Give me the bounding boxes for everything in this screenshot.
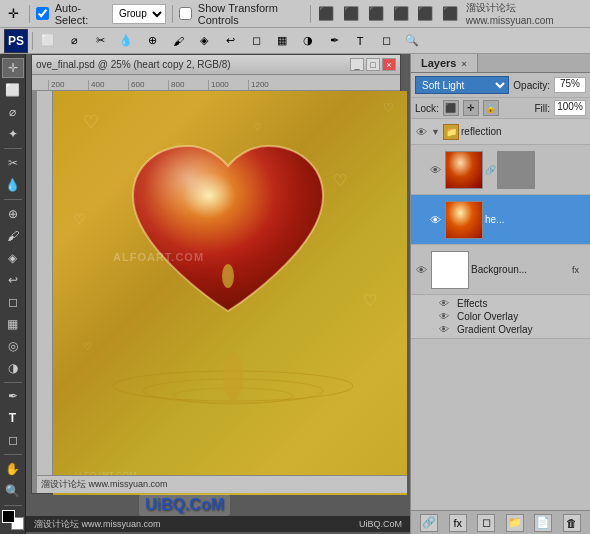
- layer-group-reflection[interactable]: 👁 ▼ 📁 reflection: [411, 119, 590, 145]
- gradient-tool[interactable]: ▦: [2, 314, 24, 334]
- site-watermark: 溜设计论坛 www.missyuan.com: [466, 1, 586, 26]
- color-overlay-effect[interactable]: 👁 Color Overlay: [439, 310, 586, 323]
- uibq-watermark: UiBQ.CoM: [139, 494, 230, 516]
- align-right-icon[interactable]: ⬛: [366, 3, 385, 25]
- effects-section: 👁 Effects 👁 Color Overlay 👁 Gradient Ove…: [411, 295, 590, 339]
- group-expand-icon[interactable]: ▼: [431, 127, 441, 137]
- text-tool[interactable]: T: [2, 408, 24, 428]
- ps-logo: PS: [4, 29, 28, 53]
- layer2-visibility-icon[interactable]: 👁: [427, 212, 443, 228]
- history-icon[interactable]: ↩: [219, 30, 241, 52]
- eraser-tool[interactable]: ◻: [2, 292, 24, 312]
- layer1-visibility-icon[interactable]: 👁: [427, 162, 443, 178]
- color-swatch[interactable]: [2, 510, 24, 530]
- crop-icon[interactable]: ✂: [89, 30, 111, 52]
- gradient-overlay-eye-icon[interactable]: 👁: [439, 324, 453, 335]
- heal-icon[interactable]: ⊕: [141, 30, 163, 52]
- blur-tool[interactable]: ◎: [2, 336, 24, 356]
- gradient-icon[interactable]: ▦: [271, 30, 293, 52]
- new-group-btn[interactable]: 📁: [506, 514, 524, 532]
- fill-input[interactable]: 100%: [554, 100, 586, 116]
- tool-sep-4: [4, 454, 22, 455]
- sep-4: [32, 32, 33, 50]
- lock-label: Lock:: [415, 103, 439, 114]
- layer-item-2[interactable]: 👁 he...: [411, 195, 590, 245]
- canvas-close-btn[interactable]: ×: [382, 58, 396, 71]
- brush-icon[interactable]: 🖌: [167, 30, 189, 52]
- lock-row: Lock: ⬛ ✛ 🔒 Fill: 100%: [411, 98, 590, 119]
- canvas-area: ove_final.psd @ 25% (heart copy 2, RGB/8…: [26, 54, 410, 534]
- clone-tool[interactable]: ◈: [2, 248, 24, 268]
- layer1-chain-icon: 🔗: [485, 165, 495, 175]
- shape-tool[interactable]: ◻: [2, 430, 24, 450]
- layer-item-1[interactable]: 👁 🔗: [411, 145, 590, 195]
- tool-sep-1: [4, 148, 22, 149]
- lasso-icon[interactable]: ⌀: [63, 30, 85, 52]
- layer1-thumbnail: [445, 151, 483, 189]
- eraser-icon[interactable]: ◻: [245, 30, 267, 52]
- crop-tool[interactable]: ✂: [2, 153, 24, 173]
- pen-tool[interactable]: ✒: [2, 387, 24, 407]
- pen-icon[interactable]: ✒: [323, 30, 345, 52]
- lasso-tool[interactable]: ⌀: [2, 102, 24, 122]
- link-layers-btn[interactable]: 🔗: [420, 514, 438, 532]
- align-left-icon[interactable]: ⬛: [317, 3, 336, 25]
- align-top-icon[interactable]: ⬛: [391, 3, 410, 25]
- opacity-label: Opacity:: [513, 80, 550, 91]
- effects-eye-icon[interactable]: 👁: [439, 298, 453, 309]
- dodge-tool[interactable]: ◑: [2, 358, 24, 378]
- brush-tool[interactable]: 🖌: [2, 226, 24, 246]
- canvas-content[interactable]: ♡ ♡ ♡ ♡ ♡ ♡ ♡ ♡: [53, 91, 407, 495]
- ruler-mark-800: 800: [168, 80, 208, 90]
- layer-item-background[interactable]: 👁 Backgroun... fx: [411, 245, 590, 295]
- select-rect-tool[interactable]: ⬜: [2, 80, 24, 100]
- transform-label: Show Transform Controls: [198, 2, 304, 26]
- autoselect-checkbox[interactable]: [36, 7, 49, 20]
- canvas-window: ove_final.psd @ 25% (heart copy 2, RGB/8…: [31, 54, 401, 494]
- heal-tool[interactable]: ⊕: [2, 204, 24, 224]
- eyedropper-icon[interactable]: 💧: [115, 30, 137, 52]
- foreground-color-swatch[interactable]: [2, 510, 15, 523]
- clone-icon[interactable]: ◈: [193, 30, 215, 52]
- lock-all-icon[interactable]: 🔒: [483, 100, 499, 116]
- canvas-minimize-btn[interactable]: _: [350, 58, 364, 71]
- eyedropper-tool[interactable]: 💧: [2, 175, 24, 195]
- add-style-btn[interactable]: fx: [449, 514, 467, 532]
- lock-pixels-icon[interactable]: ⬛: [443, 100, 459, 116]
- tab-layers[interactable]: Layers ×: [411, 54, 478, 72]
- gradient-overlay-effect[interactable]: 👁 Gradient Overlay: [439, 323, 586, 336]
- transform-checkbox[interactable]: [179, 7, 192, 20]
- history-brush-tool[interactable]: ↩: [2, 270, 24, 290]
- layer3-visibility-icon[interactable]: 👁: [413, 262, 429, 278]
- move-tool[interactable]: ✛: [2, 58, 24, 78]
- group-name: reflection: [461, 126, 588, 137]
- add-mask-btn[interactable]: ◻: [477, 514, 495, 532]
- ruler-mark-1200: 1200: [248, 80, 288, 90]
- text-icon[interactable]: T: [349, 30, 371, 52]
- magic-wand-tool[interactable]: ✦: [2, 124, 24, 144]
- effects-label: Effects: [457, 298, 487, 309]
- layers-tabs: Layers ×: [411, 54, 590, 73]
- align-bottom-icon[interactable]: ⬛: [441, 3, 460, 25]
- rect-select-icon[interactable]: ⬜: [37, 30, 59, 52]
- move-tool-icon[interactable]: ✛: [4, 3, 23, 25]
- group-visibility-icon[interactable]: 👁: [413, 124, 429, 140]
- lock-move-icon[interactable]: ✛: [463, 100, 479, 116]
- new-layer-btn[interactable]: 📄: [534, 514, 552, 532]
- align-middle-icon[interactable]: ⬛: [416, 3, 435, 25]
- color-overlay-eye-icon[interactable]: 👁: [439, 311, 453, 322]
- blend-mode-select[interactable]: Soft Light: [415, 76, 509, 94]
- zoom-icon[interactable]: 🔍: [401, 30, 423, 52]
- shape-icon[interactable]: ◻: [375, 30, 397, 52]
- layers-tab-close-icon[interactable]: ×: [462, 59, 467, 69]
- zoom-tool[interactable]: 🔍: [2, 481, 24, 501]
- status-text: 溜设计论坛 www.missyuan.com: [41, 478, 168, 491]
- canvas-maximize-btn[interactable]: □: [366, 58, 380, 71]
- hand-tool[interactable]: ✋: [2, 459, 24, 479]
- autoselect-label: Auto-Select:: [55, 2, 106, 26]
- opacity-input[interactable]: 75%: [554, 77, 586, 93]
- align-center-icon[interactable]: ⬛: [342, 3, 361, 25]
- autoselect-select[interactable]: Group: [112, 4, 166, 24]
- delete-layer-btn[interactable]: 🗑: [563, 514, 581, 532]
- dodge-icon[interactable]: ◑: [297, 30, 319, 52]
